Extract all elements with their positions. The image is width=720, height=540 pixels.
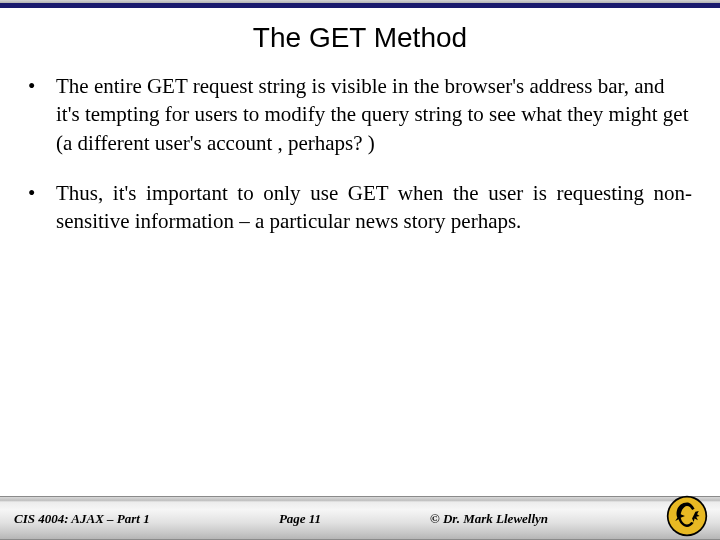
slide-content: • The entire GET request string is visib… xyxy=(28,72,692,258)
bullet-text: The entire GET request string is visible… xyxy=(56,72,692,157)
bullet-marker: • xyxy=(28,179,56,236)
footer-page-wrap: Page 11 xyxy=(0,509,720,527)
bullet-item: • The entire GET request string is visib… xyxy=(28,72,692,157)
slide-top-border xyxy=(0,0,720,8)
slide-footer: CIS 4004: AJAX – Part 1 Page 11 © Dr. Ma… xyxy=(0,496,720,540)
ucf-pegasus-logo-icon xyxy=(666,495,708,537)
footer-author: © Dr. Mark Llewellyn xyxy=(430,511,548,527)
bullet-item: • Thus, it's important to only use GET w… xyxy=(28,179,692,236)
footer-page: Page 11 xyxy=(279,511,321,527)
bullet-marker: • xyxy=(28,72,56,157)
bullet-text: Thus, it's important to only use GET whe… xyxy=(56,179,692,236)
slide-title: The GET Method xyxy=(0,22,720,54)
